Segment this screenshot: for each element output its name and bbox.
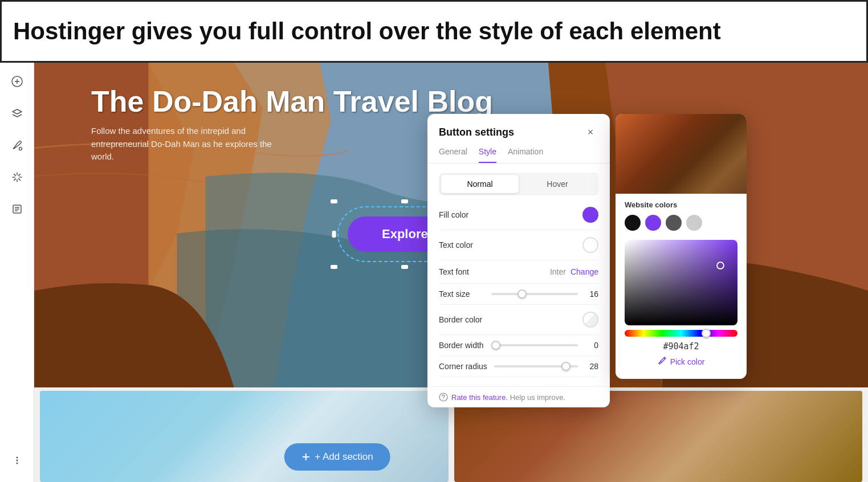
add-section-label: + Add section xyxy=(315,451,373,463)
hue-slider[interactable] xyxy=(625,330,737,337)
website-colors-title: Website colors xyxy=(625,201,737,209)
color-picker-panel: Website colors #904af2 Pick color xyxy=(616,114,747,379)
border-width-thumb[interactable] xyxy=(491,341,500,350)
text-size-thumb[interactable] xyxy=(517,289,527,299)
corner-radius-thumb[interactable] xyxy=(561,362,570,371)
border-width-slider[interactable] xyxy=(491,344,578,346)
text-font-label: Text font xyxy=(439,267,469,276)
corner-radius-label: Corner radius xyxy=(439,362,487,371)
canyon-preview-image xyxy=(616,114,747,194)
hex-input-row: #904af2 xyxy=(625,341,737,352)
settings-header: Button settings × xyxy=(427,114,610,140)
blog-title: The Do-Dah Man Travel Blog xyxy=(91,85,526,118)
settings-tabs: General Style Animation xyxy=(427,140,610,164)
tab-animation[interactable]: Animation xyxy=(508,147,543,163)
settings-title: Button settings xyxy=(439,126,514,138)
fill-color-swatch[interactable] xyxy=(582,207,598,223)
border-color-row: Border color xyxy=(439,305,598,335)
border-width-value: 0 xyxy=(585,341,598,350)
normal-hover-toggle: Normal Hover xyxy=(439,173,598,195)
tab-general[interactable]: General xyxy=(439,147,467,163)
corner-radius-slider[interactable] xyxy=(494,365,578,367)
text-size-label: Text size xyxy=(439,289,484,299)
close-button[interactable]: × xyxy=(582,124,598,140)
hover-toggle-btn[interactable]: Hover xyxy=(519,175,596,193)
pick-color-row[interactable]: Pick color xyxy=(616,354,747,370)
header-text: Hostinger gives you full control over th… xyxy=(13,17,721,46)
border-width-label: Border width xyxy=(439,341,484,350)
hue-thumb[interactable] xyxy=(702,329,711,338)
tab-style[interactable]: Style xyxy=(479,147,496,163)
gradient-picker[interactable] xyxy=(625,240,737,325)
border-color-label: Border color xyxy=(439,315,482,324)
text-font-row: Text font Inter Change xyxy=(439,260,598,284)
text-color-label: Text color xyxy=(439,240,473,250)
svg-point-8 xyxy=(16,457,18,459)
svg-point-10 xyxy=(16,463,18,464)
border-color-swatch[interactable] xyxy=(582,312,598,328)
fill-color-row: Fill color xyxy=(439,200,598,230)
swatch-purple[interactable] xyxy=(645,215,661,231)
pick-color-text[interactable]: Pick color xyxy=(670,357,705,366)
header-banner: Hostinger gives you full control over th… xyxy=(0,0,868,63)
svg-point-9 xyxy=(16,460,18,461)
text-color-swatch[interactable] xyxy=(582,237,598,253)
swatch-black[interactable] xyxy=(625,215,641,231)
corner-radius-row: Corner radius 28 xyxy=(439,356,598,377)
bottom-image-1 xyxy=(40,391,449,482)
gradient-cursor[interactable] xyxy=(716,262,724,269)
font-name-text: Inter xyxy=(550,267,566,276)
svg-point-16 xyxy=(443,399,443,399)
text-size-row: Text size 16 xyxy=(439,284,598,305)
website-colors-section: Website colors xyxy=(616,194,747,235)
corner-radius-value: 28 xyxy=(585,362,598,371)
sidebar-paint-icon[interactable] xyxy=(7,135,27,156)
change-font-link[interactable]: Change xyxy=(570,267,598,276)
rate-text: Rate this feature. Help us improve. xyxy=(451,393,565,402)
swatch-gray[interactable] xyxy=(666,215,682,231)
left-sidebar xyxy=(0,63,34,482)
button-settings-panel: Button settings × General Style Animatio… xyxy=(427,114,610,407)
sidebar-add-icon[interactable] xyxy=(7,71,27,92)
normal-toggle-btn[interactable]: Normal xyxy=(441,175,519,193)
sidebar-layers-icon[interactable] xyxy=(7,103,27,124)
text-color-row: Text color xyxy=(439,230,598,260)
swatch-light-gray[interactable] xyxy=(686,215,702,231)
blog-subtitle: Follow the adventures of the intrepid an… xyxy=(91,125,296,164)
border-width-row: Border width 0 xyxy=(439,335,598,356)
sidebar-sparkle-icon[interactable] xyxy=(7,167,27,187)
rate-row: Rate this feature. Help us improve. xyxy=(427,386,610,407)
sidebar-more-icon[interactable] xyxy=(7,450,27,471)
sidebar-notes-icon[interactable] xyxy=(7,199,27,219)
fill-color-label: Fill color xyxy=(439,210,468,219)
canyon-preview xyxy=(616,114,747,194)
rate-icon xyxy=(439,393,448,402)
eyedropper-icon xyxy=(658,356,667,367)
settings-content: Fill color Text color Text font Inter Ch… xyxy=(427,200,610,386)
website-colors-swatches xyxy=(625,215,737,231)
text-size-value: 16 xyxy=(585,289,598,299)
font-selector: Inter Change xyxy=(550,267,598,276)
svg-point-3 xyxy=(19,148,22,150)
add-section-button[interactable]: + Add section xyxy=(284,443,390,471)
text-size-slider[interactable] xyxy=(491,293,578,295)
rate-link[interactable]: Rate this feature. xyxy=(451,393,508,402)
hex-value[interactable]: #904af2 xyxy=(663,341,699,352)
